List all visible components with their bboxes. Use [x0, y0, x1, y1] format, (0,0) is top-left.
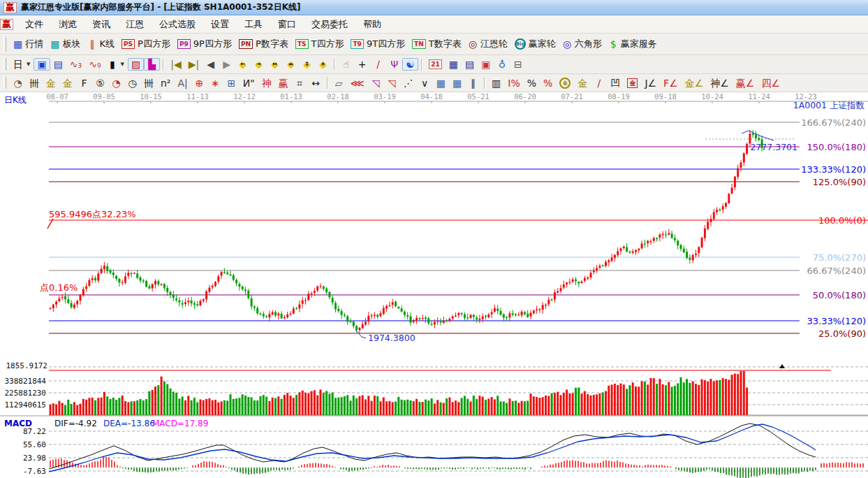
calculator-button[interactable]: ▦ — [446, 58, 462, 71]
f-angle-button[interactable]: F∠ — [660, 77, 682, 89]
shen-tool-button[interactable]: 神 — [258, 77, 275, 89]
grid-a-button[interactable]: ▦ — [433, 77, 449, 89]
crosshair-tool-button[interactable]: + — [354, 58, 370, 71]
sectors-button[interactable]: ▩板块 — [47, 36, 84, 52]
hexagon-button[interactable]: ◎六角形 — [559, 36, 605, 52]
toolbar-drag-handle[interactable] — [3, 77, 6, 89]
smart-analysis-button[interactable]: ☯ — [402, 58, 418, 71]
gold-circle-button[interactable]: 金 — [556, 76, 574, 90]
menu-item-browse[interactable]: 浏览 — [51, 16, 84, 33]
t-square-button[interactable]: TST四方形 — [292, 36, 348, 52]
p-square-button[interactable]: PSP四方形 — [118, 36, 174, 52]
9p-square-button[interactable]: P99P四方形 — [174, 36, 235, 52]
j-angle-button[interactable]: J∠ — [641, 77, 660, 89]
toolbar-drag-handle[interactable] — [3, 58, 6, 71]
v-dotted-button[interactable]: ∨ — [417, 77, 433, 89]
menu-item-tools[interactable]: 工具 — [237, 16, 270, 33]
volume-bar — [680, 377, 682, 415]
calendar-button[interactable]: 21 — [425, 58, 446, 71]
menu-item-help[interactable]: 帮助 — [355, 16, 389, 33]
menu-item-settings[interactable]: 设置 — [203, 16, 237, 33]
dip-tool-button[interactable]: 凹 — [607, 77, 624, 89]
menu-item-formula-stock-pick[interactable]: 公式选股 — [152, 16, 203, 33]
expand-x-button[interactable]: ◆⇔ — [283, 58, 299, 71]
next-bar-button[interactable]: ▶ — [219, 58, 235, 71]
histogram-style-button[interactable]: ▙ — [144, 58, 160, 71]
percent-button[interactable]: % — [524, 77, 540, 89]
spiral-5-button[interactable]: ⑤ — [92, 77, 108, 89]
winner-service-button[interactable]: $赢家服务 — [605, 36, 661, 52]
gann-gold-a-button[interactable]: 金 — [43, 77, 59, 89]
last-page-button[interactable]: ▶| — [185, 58, 203, 71]
gold-line-button[interactable]: 金 — [574, 77, 591, 89]
compress-x-button[interactable]: ◆↔ — [267, 58, 283, 71]
hand-tool-button[interactable]: ☝ — [338, 58, 354, 71]
menu-item-gann[interactable]: 江恩 — [118, 16, 152, 33]
gann-marker-button[interactable]: Ψ — [386, 58, 402, 71]
red-compass-button[interactable]: ◔ — [108, 77, 124, 89]
grid-b-button[interactable]: ▦ — [449, 77, 465, 89]
fan-box-red-button[interactable]: ◹ — [384, 77, 400, 89]
compress-y-button[interactable]: ◆↕ — [299, 58, 315, 71]
ying-tool-button[interactable]: 赢 — [275, 77, 292, 89]
menu-item-file[interactable]: 文件 — [17, 16, 51, 33]
kline-button[interactable]: ∥K线 — [84, 36, 118, 52]
mirror-axis-button[interactable]: A| — [175, 77, 191, 89]
fan-box-purple-button[interactable]: ◹ — [368, 77, 384, 89]
notepad-button[interactable]: ▤ — [462, 58, 478, 71]
fit-all-button[interactable]: ◆+ — [315, 58, 331, 71]
period-day-button[interactable]: 日▼ — [10, 58, 34, 71]
p-number-table-button[interactable]: PNP数字表 — [235, 36, 292, 52]
n-squared-button[interactable]: n² — [157, 77, 175, 89]
circle-cross-button[interactable]: ⊕ — [191, 77, 207, 89]
fan-red-button[interactable]: ⋘ — [347, 77, 368, 89]
chart-window-button[interactable]: ▣ — [34, 58, 50, 71]
printer-button[interactable]: ⊟ — [510, 58, 526, 71]
first-page-button[interactable]: |◀ — [167, 58, 184, 71]
gann-wheel-button[interactable]: ◎江恩轮 — [465, 36, 511, 52]
gann-n-button[interactable]: И" — [240, 77, 258, 89]
time-clock-button[interactable]: ◷ — [124, 77, 140, 89]
chart-canvas[interactable]: 08-0709-0510-1511-1312-1201-1302-1803-19… — [0, 92, 868, 478]
winner-wheel-button[interactable]: Big赢家轮 — [511, 36, 559, 52]
network-button[interactable]: ♁ — [494, 58, 510, 71]
quotes-button[interactable]: ▦行情 — [10, 36, 47, 52]
menu-item-window[interactable]: 窗口 — [270, 16, 304, 33]
prev-bar-button[interactable]: ◀ — [203, 58, 219, 71]
zoom-right-button[interactable]: ◆→ — [251, 58, 267, 71]
wave-9-button[interactable]: ∿₉ — [85, 58, 104, 71]
segment-tool-button[interactable]: ∕ — [370, 58, 386, 71]
gold-box-button[interactable]: 金 — [624, 77, 641, 89]
menu-item-trade-entrust[interactable]: 交易委托 — [304, 16, 355, 33]
fan-lines-button[interactable]: ⋰ — [400, 77, 417, 89]
percent-line-red-button[interactable]: Ⅰ% — [504, 77, 523, 89]
four-angle-button[interactable]: 四∠ — [758, 77, 784, 89]
toolbar-drag-handle[interactable] — [3, 37, 6, 52]
info-panel-button[interactable]: ▤ — [50, 58, 66, 71]
9t-square-button[interactable]: T99T四方形 — [347, 36, 409, 52]
gold-angle-button[interactable]: 金∠ — [682, 77, 707, 89]
slash-lines-button[interactable]: ∥ — [465, 77, 481, 89]
ruler-123-button[interactable]: ⌗ — [292, 77, 308, 89]
width-marker-button[interactable]: ↔ — [308, 77, 324, 89]
gann-gold-b-button[interactable]: 金 — [59, 77, 76, 89]
column-percent-button[interactable]: ▥ — [488, 77, 504, 89]
hash-ruler-button[interactable]: 卌 — [26, 77, 43, 89]
red-pen-button[interactable]: ∕ — [591, 77, 607, 89]
square-tool-button[interactable]: ▱ — [331, 77, 347, 89]
ying-angle-button[interactable]: 赢∠ — [733, 77, 758, 89]
pattern-red-button[interactable]: ▨ — [128, 58, 144, 71]
save-floppy-button[interactable]: ▣ — [478, 58, 494, 71]
t-number-table-button[interactable]: TNT数字表 — [409, 36, 465, 52]
protractor-button[interactable]: ◔ — [10, 77, 26, 89]
grid-star-button[interactable]: ⊞ — [223, 77, 240, 89]
star-burst-button[interactable]: ∗ — [207, 77, 223, 89]
shen-angle-button[interactable]: 神∠ — [707, 77, 733, 89]
candle-style-button[interactable]: ▮▼ — [105, 58, 128, 71]
percent-red-button[interactable]: % — [540, 77, 556, 89]
wave-3-button[interactable]: ∿₃ — [66, 58, 85, 71]
hash-ruler-2-button[interactable]: 卌 — [140, 77, 157, 89]
zoom-left-button[interactable]: ◆← — [235, 58, 251, 71]
f-grid-button[interactable]: F — [76, 77, 92, 89]
menu-item-news[interactable]: 资讯 — [84, 16, 118, 33]
